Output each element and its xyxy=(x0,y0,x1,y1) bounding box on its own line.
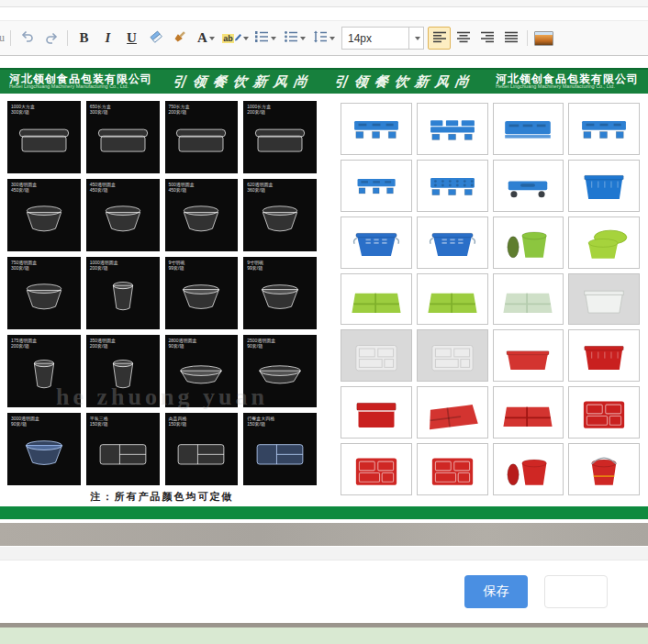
highlight-button[interactable]: ab xyxy=(221,27,250,50)
align-justify-button[interactable] xyxy=(499,27,522,50)
caret-icon xyxy=(209,37,215,40)
product-photo-cell: 高盖四格150套/箱 xyxy=(165,413,239,485)
product-photo-cell: 3000透明圆盒90套/箱 xyxy=(7,413,81,485)
overflow-cut-icon: u xyxy=(0,31,6,45)
undo-icon xyxy=(20,29,35,47)
font-color-glyph: A xyxy=(197,30,207,46)
product-label: 9寸明碗99套/箱 xyxy=(169,260,185,271)
line-height-icon xyxy=(313,30,328,46)
caret-icon xyxy=(271,37,276,40)
save-button[interactable]: 保存 xyxy=(464,575,528,608)
underline-button[interactable]: U xyxy=(120,27,143,50)
product-label: 750透明圆盒300套/箱 xyxy=(11,260,37,271)
banner-slogan-1: 引领餐饮新风尚 xyxy=(172,73,316,91)
editor-menu-strip xyxy=(0,7,648,21)
toolbar-separator xyxy=(527,30,528,46)
align-justify-icon xyxy=(504,31,519,46)
product-photo-cell xyxy=(568,329,640,382)
product-photo-cell xyxy=(341,273,412,326)
gray-band xyxy=(0,523,648,546)
unordered-list-button[interactable] xyxy=(280,27,308,50)
broom-icon xyxy=(173,29,187,47)
product-photo-cell xyxy=(417,329,488,382)
secondary-button[interactable] xyxy=(544,575,608,608)
toolbar-separator xyxy=(10,30,11,46)
product-label: 175透明圆盒200套/箱 xyxy=(11,338,37,349)
product-photo-cell xyxy=(493,103,564,155)
product-photo-cell: 1000大方盒300套/箱 xyxy=(7,101,81,173)
caret-icon xyxy=(300,37,306,40)
toolbar-separator xyxy=(67,30,68,46)
product-photo-cell: 450透明圆盒450套/箱 xyxy=(86,179,160,251)
right-product-catalog-image[interactable] xyxy=(341,103,640,495)
image-icon xyxy=(534,31,553,46)
ordered-list-button[interactable] xyxy=(251,27,279,50)
highlight-glyph: ab xyxy=(222,34,234,43)
font-size-dropdown-button[interactable] xyxy=(408,28,423,49)
product-label: 620透明圆盒360套/箱 xyxy=(247,182,273,193)
product-photo-cell: 620透明圆盒360套/箱 xyxy=(243,179,317,251)
product-photo-cell xyxy=(341,217,412,269)
product-photo-cell: 175透明圆盒200套/箱 xyxy=(7,335,81,407)
product-photo-cell xyxy=(493,160,564,212)
product-label: 高盖四格150套/箱 xyxy=(169,416,187,427)
format-brush-button[interactable] xyxy=(168,27,191,50)
product-photo-cell: 2800透明圆盒90套/箱 xyxy=(165,335,239,407)
product-photo-cell: 行餐盒大四格150套/箱 xyxy=(243,413,317,485)
caret-icon xyxy=(330,37,335,40)
font-color-button[interactable]: A xyxy=(192,27,220,50)
italic-label: I xyxy=(106,30,111,46)
bold-button[interactable]: B xyxy=(73,27,95,50)
remove-format-button[interactable] xyxy=(144,27,167,50)
italic-button[interactable]: I xyxy=(96,27,119,50)
product-photo-cell xyxy=(417,217,488,269)
product-photo-cell xyxy=(341,443,412,495)
product-label: 1000长方盒200套/箱 xyxy=(247,104,271,115)
align-left-button[interactable] xyxy=(428,27,451,50)
product-label: 2500透明圆盒90套/箱 xyxy=(247,338,275,349)
product-label: 450透明圆盒450套/箱 xyxy=(90,182,116,193)
undo-button[interactable] xyxy=(16,27,39,50)
product-photo-cell xyxy=(493,273,564,326)
product-photo-cell: 350透明圆盒200套/箱 xyxy=(86,335,160,407)
catalog-note: 注：所有产品颜色均可定做 xyxy=(7,490,317,504)
left-product-catalog-image[interactable]: 1000大方盒300套/箱650长方盒300套/箱750长方盒200套/箱100… xyxy=(7,101,317,485)
product-photo-cell xyxy=(417,160,488,212)
product-label: 行餐盒大四格150套/箱 xyxy=(247,416,274,427)
redo-button[interactable] xyxy=(39,27,62,50)
line-height-button[interactable] xyxy=(309,27,338,50)
align-right-icon xyxy=(480,31,495,46)
product-photo-cell xyxy=(493,443,564,495)
browser-top-strip xyxy=(0,0,648,7)
bold-label: B xyxy=(79,30,88,46)
product-photo-cell xyxy=(568,386,640,439)
company-banner: 河北领创食品包装有限公司 Hebei Lingchuang Machinery … xyxy=(0,68,648,94)
product-label: 500透明圆盒450套/箱 xyxy=(169,182,195,193)
pen-icon xyxy=(234,31,241,45)
align-center-button[interactable] xyxy=(452,27,475,50)
product-photo-cell: 2500透明圆盒90套/箱 xyxy=(243,335,317,407)
product-photo-cell xyxy=(493,329,564,382)
product-photo-cell: 500透明圆盒450套/箱 xyxy=(165,179,239,251)
product-photo-cell xyxy=(568,103,640,155)
product-photo-cell: 9寸明碗99套/箱 xyxy=(165,257,239,329)
insert-image-button[interactable] xyxy=(532,27,555,50)
product-photo-cell xyxy=(417,273,488,326)
product-photo-cell xyxy=(341,386,412,439)
font-size-select[interactable]: 14px xyxy=(341,27,424,50)
product-label: 350透明圆盒200套/箱 xyxy=(90,338,116,349)
product-photo-cell xyxy=(341,160,412,212)
product-photo-cell xyxy=(417,386,488,439)
align-right-button[interactable] xyxy=(475,27,498,50)
product-label: 平装三格150套/箱 xyxy=(90,416,108,427)
product-photo-cell: 300透明圆盒450套/箱 xyxy=(7,179,81,251)
product-photo-cell: 750透明圆盒300套/箱 xyxy=(7,257,81,329)
unordered-list-icon xyxy=(284,30,298,46)
product-photo-cell: 750长方盒200套/箱 xyxy=(165,101,239,173)
product-photo-cell: 1000长方盒200套/箱 xyxy=(243,101,317,173)
eraser-icon xyxy=(149,29,163,47)
product-photo-cell xyxy=(568,217,640,269)
product-photo-cell xyxy=(568,443,640,495)
company-name-en: Hebei Lingchuang Machinery Manufacturing… xyxy=(496,84,639,90)
product-photo-cell xyxy=(568,160,640,212)
